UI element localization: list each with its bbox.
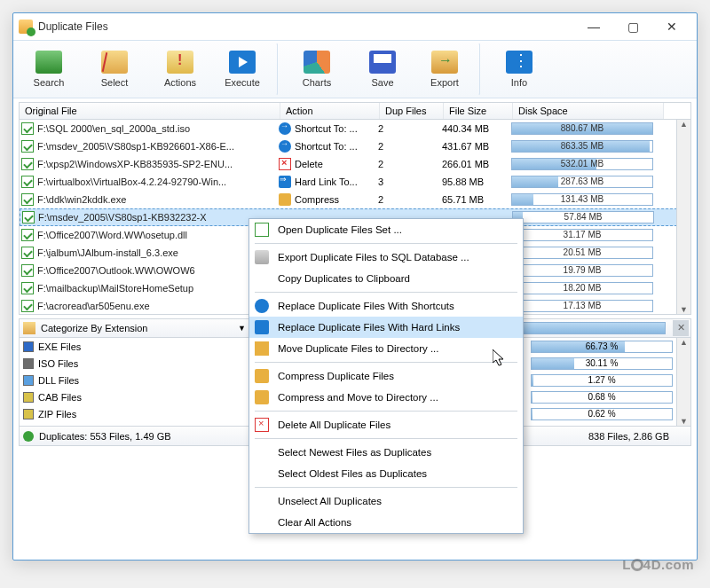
disk-space-bar: 532.01 MB <box>511 158 653 170</box>
col-dup-files[interactable]: Dup Files <box>380 103 444 119</box>
toolbar-actions[interactable]: Actions <box>148 43 212 96</box>
category-scrollbar[interactable] <box>676 338 690 426</box>
menu-item[interactable]: Replace Duplicate Files With Hard Links <box>249 317 523 338</box>
status-icon <box>23 431 34 442</box>
file-name: F:\virtualbox\VirtualBox-4.2.24-92790-Wi… <box>37 176 279 187</box>
check-icon <box>21 122 34 135</box>
disk-space-bar: 31.17 MB <box>511 229 653 241</box>
check-icon <box>21 176 34 188</box>
file-action: Shortcut To: ... <box>295 123 378 134</box>
menu-label: Replace Duplicate Files With Shortcuts <box>278 301 454 311</box>
comp-icon <box>255 390 269 404</box>
file-name: F:\xpsp2\WindowsXP-KB835935-SP2-ENU... <box>37 159 279 169</box>
toolbar-search[interactable]: Search <box>17 43 81 96</box>
menu-item[interactable]: Open Duplicate Files Set ... <box>249 219 523 240</box>
file-name: F:\jalbum\JAlbum-install_6.3.exe <box>37 247 279 258</box>
toolbar-save[interactable]: Save <box>351 43 414 96</box>
status-right: 838 Files, 2.86 GB <box>588 431 669 442</box>
menu-item[interactable]: Delete All Duplicate Files <box>249 414 523 435</box>
toolbar-select[interactable]: Select <box>83 43 146 96</box>
file-dup: 2 <box>378 141 442 152</box>
file-size: 266.01 MB <box>442 159 511 169</box>
menu-item[interactable]: Compress and Move to Directory ... <box>249 387 523 408</box>
category-icon <box>23 392 34 403</box>
open-icon <box>255 223 269 237</box>
short-icon <box>255 299 269 313</box>
file-name: F:\Office2007\Outlook.WW\OWOW6 <box>37 265 279 276</box>
menu-item[interactable]: Compress Duplicate Files <box>249 365 523 387</box>
table-row[interactable]: F:\msdev_2005\VS80sp1-KB926601-X86-E...S… <box>20 137 690 155</box>
toolbar-info[interactable]: Info <box>487 43 551 96</box>
category-icon <box>23 409 34 419</box>
select-icon <box>101 51 128 74</box>
file-dup: 2 <box>378 159 442 169</box>
menu-item[interactable]: Copy Duplicates to Clipboard <box>249 268 523 289</box>
file-list-header: Original File Action Dup Files File Size… <box>19 102 691 120</box>
file-name: F:\SQL 2000\en_sql_2000a_std.iso <box>37 123 279 134</box>
file-name: F:\msdev_2005\VS80sp1-KB926601-X86-E... <box>37 141 279 152</box>
col-original-file[interactable]: Original File <box>20 103 280 119</box>
comp-icon <box>255 369 269 383</box>
file-name: F:\mailbackup\MailStoreHomeSetup <box>37 283 279 294</box>
watermark: L4D.com <box>622 557 694 572</box>
minimize-button[interactable]: — <box>574 14 613 39</box>
menu-separator <box>255 487 517 488</box>
table-row[interactable]: F:\SQL 2000\en_sql_2000a_std.isoShortcut… <box>20 120 690 137</box>
table-row[interactable]: F:\virtualbox\VirtualBox-4.2.24-92790-Wi… <box>20 173 690 191</box>
menu-item[interactable]: Replace Duplicate Files With Shortcuts <box>249 295 523 317</box>
col-file-size[interactable]: File Size <box>444 103 513 119</box>
file-dup: 2 <box>378 194 442 205</box>
file-size: 95.88 MB <box>442 176 511 187</box>
menu-label: Compress Duplicate Files <box>278 371 394 381</box>
table-row[interactable]: F:\xpsp2\WindowsXP-KB835935-SP2-ENU...De… <box>20 155 690 173</box>
blank-icon <box>255 466 269 481</box>
window-title: Duplicate Files <box>38 20 108 33</box>
file-name: F:\ddk\win2kddk.exe <box>37 194 279 205</box>
menu-label: Select Newest Files as Duplicates <box>278 447 431 458</box>
menu-item[interactable]: Move Duplicate Files to Directory ... <box>249 338 523 359</box>
menu-separator <box>255 411 517 412</box>
disk-space-bar: 863.35 MB <box>511 140 653 153</box>
menu-separator <box>255 292 517 293</box>
disk-space-bar: 20.51 MB <box>511 247 653 259</box>
category-icon <box>23 358 34 369</box>
toolbar: Search Select Actions Execute Charts Sav… <box>13 40 697 98</box>
file-size: 431.67 MB <box>442 141 511 152</box>
col-disk-space[interactable]: Disk Space <box>513 103 664 119</box>
db-icon <box>255 250 269 264</box>
categorize-clear[interactable]: ✕ <box>673 320 689 336</box>
file-scrollbar[interactable] <box>676 120 690 314</box>
menu-item[interactable]: Clear All Actions <box>249 512 523 533</box>
move-icon <box>255 341 269 356</box>
context-menu[interactable]: Open Duplicate Files Set ...Export Dupli… <box>248 218 524 534</box>
file-name: F:\Office2007\Word.WW\osetup.dll <box>37 230 279 240</box>
charts-icon <box>304 51 330 74</box>
menu-label: Compress and Move to Directory ... <box>278 392 438 403</box>
menu-item[interactable]: Unselect All Duplicates <box>249 490 523 512</box>
close-button[interactable]: ✕ <box>652 14 691 39</box>
toolbar-execute[interactable]: Execute <box>214 43 278 96</box>
toolbar-export[interactable]: Export <box>416 43 480 96</box>
disk-space-bar: 17.13 MB <box>511 300 653 312</box>
check-icon <box>21 247 34 259</box>
menu-item[interactable]: Select Newest Files as Duplicates <box>249 442 523 463</box>
menu-item[interactable]: Select Oldest Files as Duplicates <box>249 463 523 484</box>
menu-item[interactable]: Export Duplicate Files to SQL Database .… <box>249 247 523 268</box>
titlebar: Duplicate Files — ▢ ✕ <box>13 13 697 40</box>
maximize-button[interactable]: ▢ <box>613 14 652 39</box>
table-row[interactable]: F:\ddk\win2kddk.exeCompress265.71 MB131.… <box>20 191 690 208</box>
file-name: F:\msdev_2005\VS80sp1-KB932232-X <box>38 212 280 223</box>
file-size: 440.34 MB <box>442 123 511 134</box>
check-icon <box>22 211 35 223</box>
col-action[interactable]: Action <box>280 103 380 119</box>
file-action: Hard Link To... <box>295 176 378 187</box>
disk-space-bar: 131.43 MB <box>511 193 653 206</box>
toolbar-charts[interactable]: Charts <box>285 43 349 96</box>
menu-separator <box>255 438 517 439</box>
category-bar: 66.73 % <box>531 341 673 353</box>
categorize-dropdown[interactable]: Categorize By Extension ▼ <box>20 319 250 337</box>
menu-label: Open Duplicate Files Set ... <box>278 224 402 235</box>
menu-label: Select Oldest Files as Duplicates <box>278 468 427 479</box>
menu-label: Clear All Actions <box>278 517 351 528</box>
action-icon <box>279 158 291 170</box>
